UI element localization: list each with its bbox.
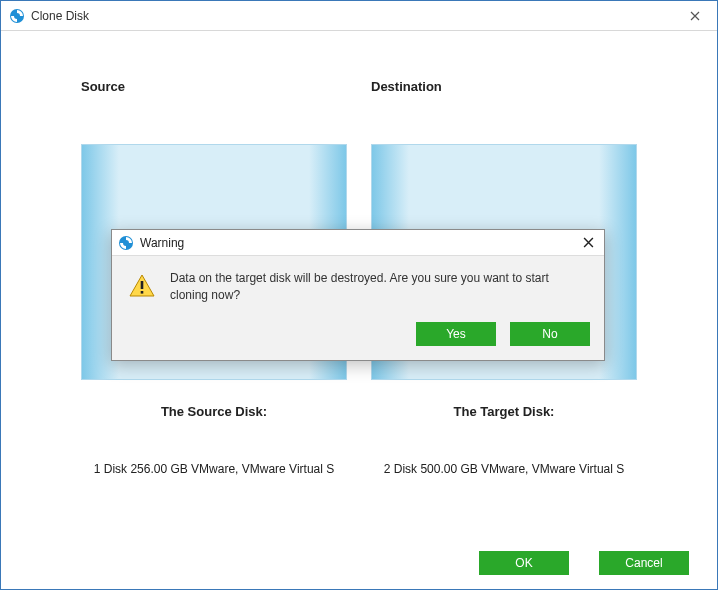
source-header: Source bbox=[81, 79, 347, 94]
svg-rect-3 bbox=[141, 291, 144, 294]
yes-button[interactable]: Yes bbox=[416, 322, 496, 346]
source-disk-description: 1 Disk 256.00 GB VMware, VMware Virtual … bbox=[81, 461, 347, 478]
dialog-titlebar: Warning bbox=[112, 230, 604, 256]
target-disk-label: The Target Disk: bbox=[371, 404, 637, 419]
dialog-close-button[interactable] bbox=[572, 230, 604, 255]
dialog-app-icon bbox=[118, 235, 134, 251]
app-icon bbox=[9, 8, 25, 24]
footer-buttons: OK Cancel bbox=[479, 551, 689, 575]
dialog-message: Data on the target disk will be destroye… bbox=[170, 270, 588, 304]
window-title: Clone Disk bbox=[31, 9, 673, 23]
source-disk-label: The Source Disk: bbox=[81, 404, 347, 419]
clone-disk-window: Clone Disk Source The Source Disk: 1 Dis… bbox=[0, 0, 718, 590]
warning-dialog: Warning Data on the target disk will be … bbox=[111, 229, 605, 361]
ok-button[interactable]: OK bbox=[479, 551, 569, 575]
no-button[interactable]: No bbox=[510, 322, 590, 346]
warning-icon bbox=[128, 272, 156, 300]
titlebar: Clone Disk bbox=[1, 1, 717, 31]
cancel-button[interactable]: Cancel bbox=[599, 551, 689, 575]
destination-header: Destination bbox=[371, 79, 637, 94]
window-close-button[interactable] bbox=[673, 1, 717, 30]
svg-rect-2 bbox=[141, 281, 144, 289]
dialog-title: Warning bbox=[140, 236, 572, 250]
target-disk-description: 2 Disk 500.00 GB VMware, VMware Virtual … bbox=[371, 461, 637, 478]
